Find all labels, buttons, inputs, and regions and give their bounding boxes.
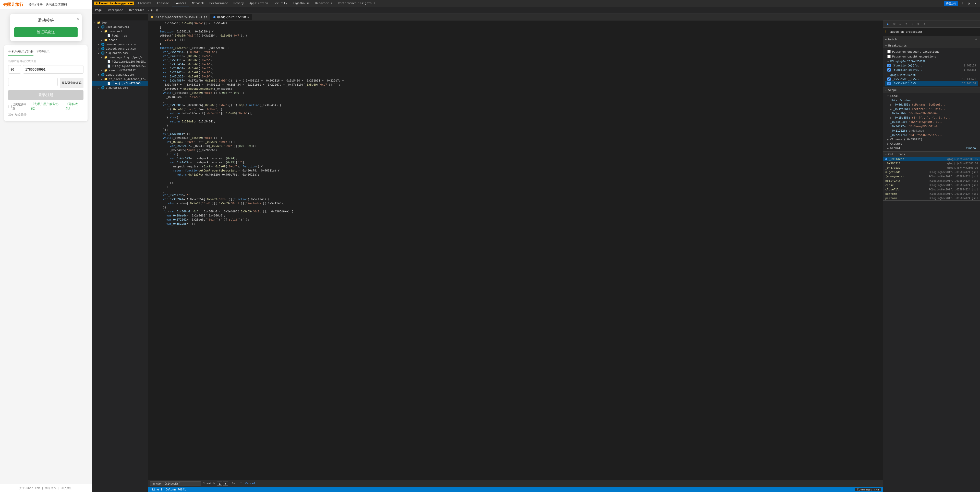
bp-item-4-checkbox[interactable] <box>887 82 891 85</box>
resume-execution-button[interactable]: ▶ <box>885 21 890 27</box>
get-code-button[interactable]: 获取语音验证码 <box>60 78 83 88</box>
pause-caught-checkbox[interactable] <box>887 55 891 58</box>
regex-option[interactable]: .* <box>237 481 243 486</box>
service-agreement-link[interactable]: 《去哪儿用户服务协议》 <box>31 102 64 111</box>
tree-item-s-qunarzz[interactable]: ▶ 🌐 s.qunarzz.com <box>92 86 148 90</box>
tab-performance[interactable]: Performance <box>207 0 231 6</box>
call-stack-item-6[interactable]: close PCLogin@6ac20ff...015894124.js:1 <box>883 183 980 187</box>
close-devtools-icon[interactable]: ✕ <box>973 1 978 6</box>
call-stack-header[interactable]: ▼ Call Stack <box>883 152 980 157</box>
pause-uncaught-checkbox[interactable] <box>887 50 891 53</box>
sub-tab-overrides[interactable]: Overrides <box>126 7 148 13</box>
scope-this[interactable]: this: Window <box>885 98 978 102</box>
tree-item-passport[interactable]: ▼ 📁 passport <box>92 29 148 34</box>
call-stack-item-5[interactable]: notifyAll PCLogin@6ac20ff...015894124.js… <box>883 179 980 183</box>
sub-tab-workspace[interactable]: Workspace <box>105 7 126 13</box>
file-tab-qlogj[interactable]: qlogj.js?t=472800 ✕ <box>210 14 252 20</box>
scope-34c54c[interactable]: _0x34c54c: 'iKohik3wgMkMf-10... <box>885 120 978 124</box>
file-tab-pclogin[interactable]: PCLogin@6ac20ffeb25015894124.js <box>148 14 210 20</box>
privacy-link[interactable]: 《隐私政策》 <box>65 102 83 111</box>
scope-closure-398212[interactable]: ▶ Closure (_0x398212) <box>885 137 978 142</box>
tab-security[interactable]: Security <box>271 0 290 6</box>
tab-memory[interactable]: Memory <box>231 0 247 6</box>
split-icon[interactable]: ⊟ <box>155 8 160 13</box>
tree-item-homepage-login[interactable]: ▼ 📁 homepage_login/prd/scripts <box>92 55 148 59</box>
country-code-input[interactable] <box>8 65 21 73</box>
scope-4dd553[interactable]: ▶ _0x4dd553: {bParam: '6cd9ee6... <box>885 102 978 107</box>
call-stack-item-7[interactable]: closeAll PCLogin@6ac20ff...015894124.js:… <box>883 187 980 192</box>
scope-34877a[interactable]: _0x34877a: 'D-BYeayBVKp5TLs9... <box>885 124 978 129</box>
step-over-button[interactable]: ⤼ <box>891 21 897 27</box>
search-cancel-button[interactable]: Cancel <box>245 482 256 485</box>
watch-add-button[interactable]: ＋ <box>974 37 978 42</box>
tree-item-qimgs[interactable]: ▼ 🌐 qimgs.qunarzz.com <box>92 73 148 77</box>
code-input[interactable] <box>8 78 58 86</box>
case-sensitive-option[interactable]: Aa <box>230 481 236 486</box>
call-stack-item-3[interactable]: n.getCode PCLogin@6ac20ff...015894124.js… <box>883 170 980 174</box>
tab-console[interactable]: Console <box>154 0 171 6</box>
watch-section-header[interactable]: ▶ Watch ＋ <box>883 36 980 43</box>
footer-about[interactable]: 关于Qunar.com <box>19 486 40 490</box>
tab-application[interactable]: Application <box>247 0 270 6</box>
deactivate-breakpoints-button[interactable]: ⊘ <box>916 21 921 27</box>
scope-local-header[interactable]: ▼ Local <box>885 94 978 98</box>
call-stack-item-9[interactable]: perform PCLogin@6ac20ff...015894124.js:1 <box>883 196 980 200</box>
bp-item-4[interactable]: _0x53e5d5[_0x5... 16:148154 <box>885 81 978 86</box>
tab-elements[interactable]: Elements <box>135 0 154 6</box>
sub-tab-page[interactable]: Page <box>92 7 105 13</box>
call-stack-item-0[interactable]: _0x14dcbf qlogj.js?t=472800:16 <box>883 157 980 161</box>
tree-item-qcode[interactable]: ▶ 📁 qcode <box>92 38 148 42</box>
tree-item-top[interactable]: ▶ 📁 top <box>92 21 148 25</box>
breakpoints-section-header[interactable]: ▼ Breakpoints <box>883 43 980 48</box>
tree-item-picbed[interactable]: ▶ 🌐 picbed.qunarzz.com <box>92 46 148 51</box>
tree-item-q-qunarzz[interactable]: ▼ 🌐 q.qunarzz.com <box>92 51 148 55</box>
bp-item-1-checkbox[interactable] <box>887 64 891 67</box>
login-button[interactable]: 登录/注册 <box>8 90 83 100</box>
tab-lighthouse[interactable]: Lighthouse <box>290 0 312 6</box>
call-stack-item-2[interactable]: _0x47bb39 qlogj.js?t=472800:16 <box>883 166 980 170</box>
dialog-close-button[interactable]: × <box>76 16 79 21</box>
settings-icon[interactable]: ⚙ <box>966 1 971 6</box>
tree-item-qlogj[interactable]: 📄 qlogj.js?t=472800 <box>92 81 148 86</box>
scope-15c356[interactable]: ▶ _0x15c356: (8) [{...}, {...}, {... <box>885 115 978 120</box>
tree-item-pclogin-1[interactable]: 📄 PCLogin@6ac20ffeb25015894120 <box>92 59 148 64</box>
scope-section-header[interactable]: ▼ Scope <box>883 88 980 93</box>
nav-accessibility[interactable]: 适老化及无障碍 <box>46 3 67 7</box>
tab-network[interactable]: Network <box>189 0 206 6</box>
scope-c21476[interactable]: _0xc21476: '0d16f5c4b6255d77... <box>885 133 978 137</box>
tab-recorder[interactable]: Recorder ⚡ <box>313 0 335 6</box>
format-icon[interactable]: ⊞ <box>149 8 154 13</box>
tree-item-wza[interactable]: ▶ 📁 wza/prd/20220112 <box>92 68 148 73</box>
bp-item-1[interactable]: (function(e){fu... 1:463175 <box>885 63 978 68</box>
call-stack-item-1[interactable]: _0x398212 qlogj.js?t=472800:16 <box>883 161 980 166</box>
phone-input[interactable] <box>23 65 83 73</box>
tree-item-common[interactable]: ▶ 🌐 common.qunarzz.com <box>92 42 148 46</box>
step-over-icon[interactable]: ⏭ <box>130 2 133 5</box>
scope-closure[interactable]: ▶ Closure <box>885 142 978 146</box>
bp-item-2-checkbox[interactable] <box>887 68 891 72</box>
verify-button[interactable]: 验证码发送 <box>14 27 78 37</box>
nav-login[interactable]: 登录/注册 <box>29 3 43 7</box>
scope-4fb8ac[interactable]: ▶ _0x4fb8ac: {referer: '', pic... <box>885 107 978 111</box>
bp-item-3-checkbox[interactable] <box>887 77 891 81</box>
scope-5ad2bb[interactable]: _0x5ad2bb: '6cd9ee69bb860d6e... <box>885 111 978 115</box>
scope-global[interactable]: ▶ Global Window <box>885 146 978 150</box>
step-out-button[interactable]: ↑ <box>904 21 909 27</box>
call-stack-item-8[interactable]: perform PCLogin@6ac20ff...015894124.js:1 <box>883 192 980 196</box>
tree-item-user-qunar[interactable]: ▼ 🌐 user.qunar.com <box>92 25 148 29</box>
tab-perf-insights[interactable]: Performance insights ⚡ <box>335 0 377 6</box>
step-into-button[interactable]: ↓ <box>897 21 903 27</box>
bp-item-2[interactable]: (function(e){fu... 1:463363 <box>885 68 978 72</box>
tab-sources[interactable]: Sources <box>172 0 189 6</box>
bp-item-3[interactable]: _0x53e5d5[_0x5... 16:138671 <box>885 77 978 81</box>
search-prev-button[interactable]: ▲ <box>217 481 222 486</box>
tree-item-login-jsp[interactable]: 📄 login.jsp <box>92 34 148 38</box>
tab-phone-login[interactable]: 手机号登录/注册 <box>8 50 33 56</box>
tree-item-pclogin-2[interactable]: 📄 PCLogin@6ac20ffeb25015894122 <box>92 64 148 68</box>
search-next-button[interactable]: ▼ <box>223 481 228 486</box>
connect-btn[interactable]: 插端上传 <box>944 1 958 6</box>
resume-icon[interactable]: ▶ <box>128 2 129 5</box>
tab-password-login[interactable]: 密码登录 <box>37 50 50 56</box>
file-tab-close-qlogj[interactable]: ✕ <box>247 16 249 18</box>
more-tools-icon[interactable]: ⋮ <box>959 1 965 6</box>
